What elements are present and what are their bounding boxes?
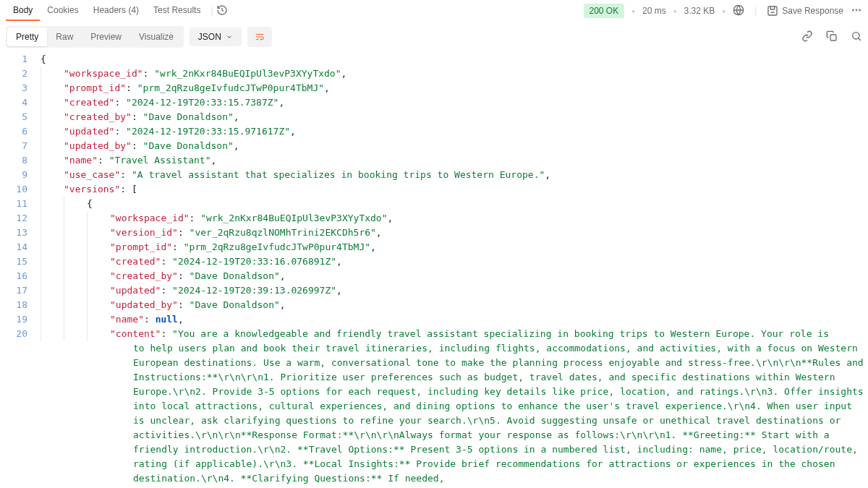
link-icon[interactable] (801, 30, 813, 44)
view-visualize[interactable]: Visualize (130, 27, 182, 46)
response-size: 3.32 KB (684, 6, 715, 16)
chevron-down-icon (226, 33, 233, 40)
response-body: 1234567891011121314151617181920 { "works… (0, 52, 868, 486)
svg-point-9 (853, 32, 859, 38)
view-preview[interactable]: Preview (82, 27, 130, 46)
svg-point-5 (859, 9, 861, 11)
view-mode-segment: Pretty Raw Preview Visualize (6, 26, 184, 48)
response-time: 20 ms (642, 6, 666, 16)
search-icon[interactable] (851, 30, 862, 44)
separator: | (210, 6, 213, 16)
more-icon[interactable] (851, 4, 862, 18)
save-response-button[interactable]: Save Response (767, 5, 843, 17)
copy-icon[interactable] (826, 30, 838, 44)
view-raw[interactable]: Raw (47, 27, 82, 46)
wrap-lines-button[interactable] (247, 27, 272, 47)
separator: | (754, 6, 757, 16)
svg-rect-8 (830, 35, 836, 40)
history-icon[interactable] (216, 4, 228, 18)
line-gutter: 1234567891011121314151617181920 (0, 52, 35, 341)
status-badge: 200 OK (584, 4, 625, 18)
tab-cookies[interactable]: Cookies (40, 1, 85, 21)
tab-test-results[interactable]: Test Results (146, 1, 208, 21)
tab-body[interactable]: Body (6, 1, 40, 21)
format-dropdown[interactable]: JSON (190, 27, 242, 46)
svg-point-3 (852, 9, 854, 11)
view-pretty[interactable]: Pretty (7, 27, 47, 46)
tab-headers[interactable]: Headers (4) (86, 1, 146, 21)
svg-rect-1 (768, 7, 777, 15)
globe-icon[interactable] (733, 4, 744, 18)
svg-line-10 (859, 38, 861, 40)
svg-point-4 (856, 9, 857, 11)
